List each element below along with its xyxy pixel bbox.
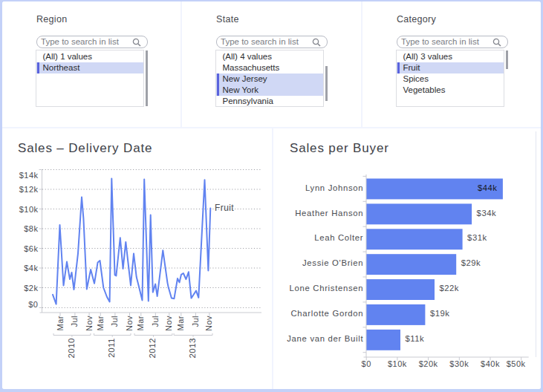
svg-text:Leah Colter: Leah Colter [314, 233, 363, 242]
svg-text:$29k: $29k [461, 258, 481, 267]
svg-text:Fruit: Fruit [215, 203, 234, 213]
svg-text:$22k: $22k [440, 284, 460, 293]
svg-text:Jessie O'Brien: Jessie O'Brien [302, 258, 363, 267]
svg-text:$50k: $50k [507, 359, 526, 368]
svg-text:Lone Christensen: Lone Christensen [290, 284, 364, 293]
svg-text:2012: 2012 [148, 338, 157, 359]
svg-text:2011: 2011 [107, 338, 116, 358]
svg-text:Jul: Jul [110, 316, 119, 327]
svg-text:$12k: $12k [19, 185, 39, 194]
svg-text:Lynn Johnson: Lynn Johnson [305, 183, 363, 192]
svg-text:2010: 2010 [67, 338, 76, 359]
svg-text:$14k: $14k [19, 171, 39, 180]
svg-text:$8k: $8k [24, 224, 38, 233]
svg-text:$10k: $10k [19, 205, 39, 214]
svg-text:$20k: $20k [419, 359, 438, 368]
svg-text:$44k: $44k [478, 183, 498, 192]
svg-text:Mar: Mar [136, 316, 145, 330]
svg-text:$6k: $6k [24, 244, 38, 253]
svg-text:Charlotte Gordon: Charlotte Gordon [290, 309, 363, 318]
svg-text:$0: $0 [362, 359, 371, 368]
svg-text:$2k: $2k [24, 284, 38, 293]
svg-text:$10k: $10k [388, 359, 407, 368]
svg-text:$30k: $30k [449, 359, 469, 368]
svg-text:Mar: Mar [56, 316, 65, 330]
svg-text:Jul: Jul [70, 316, 79, 327]
svg-text:Jane van der Built: Jane van der Built [287, 334, 363, 343]
svg-text:$11k: $11k [406, 334, 425, 343]
svg-text:Jul: Jul [191, 316, 200, 327]
svg-text:$34k: $34k [477, 209, 497, 218]
svg-text:$0: $0 [28, 300, 38, 309]
svg-text:Nov: Nov [204, 316, 213, 331]
svg-text:Heather Hanson: Heather Hanson [295, 209, 363, 218]
svg-text:Jul: Jul [151, 316, 160, 327]
svg-text:$31k: $31k [467, 233, 487, 242]
svg-text:2013: 2013 [188, 338, 197, 359]
svg-text:Mar: Mar [96, 316, 105, 330]
svg-text:$19k: $19k [430, 309, 450, 318]
svg-text:Mar: Mar [176, 316, 185, 330]
svg-text:$40k: $40k [481, 359, 500, 368]
svg-text:$4k: $4k [24, 264, 38, 272]
svg-text:Nov: Nov [125, 316, 134, 331]
svg-text:Nov: Nov [164, 316, 173, 331]
svg-text:Nov: Nov [85, 316, 94, 331]
